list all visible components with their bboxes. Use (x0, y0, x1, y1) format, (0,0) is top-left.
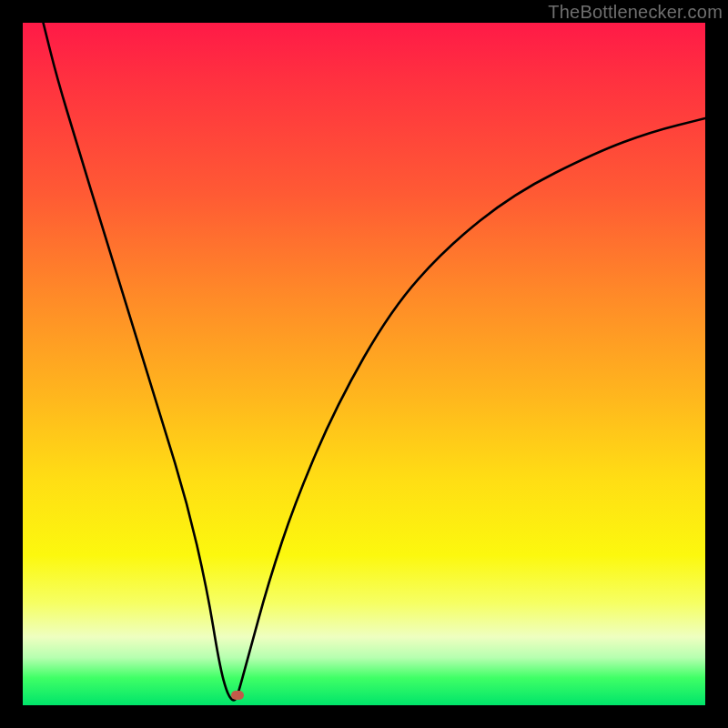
optimal-point-marker (231, 691, 244, 700)
watermark-text: TheBottlenecker.com (548, 2, 723, 23)
bottleneck-curve (23, 23, 705, 705)
chart-frame: TheBottlenecker.com (0, 0, 728, 728)
plot-area (23, 23, 705, 705)
